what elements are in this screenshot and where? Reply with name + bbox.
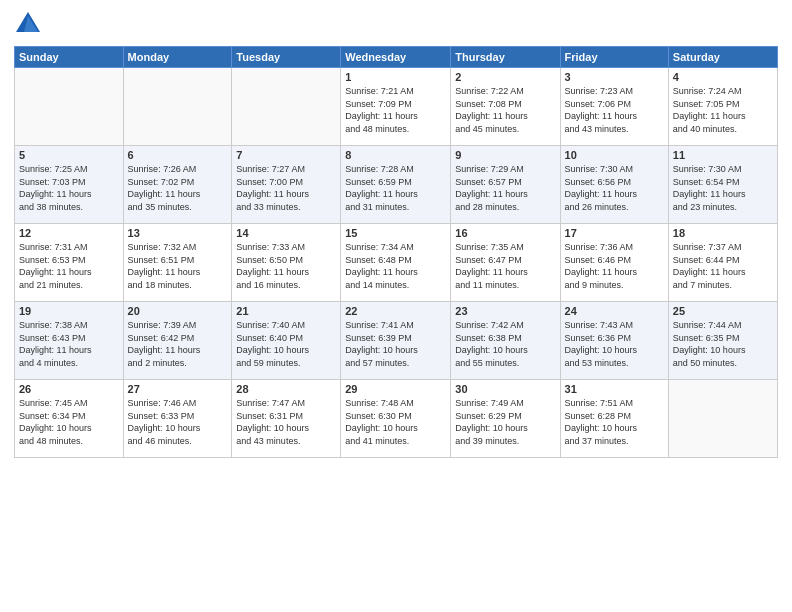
weekday-header-saturday: Saturday xyxy=(668,47,777,68)
week-row-2: 5Sunrise: 7:25 AM Sunset: 7:03 PM Daylig… xyxy=(15,146,778,224)
day-number: 9 xyxy=(455,149,555,161)
day-info: Sunrise: 7:33 AM Sunset: 6:50 PM Dayligh… xyxy=(236,241,336,291)
day-cell: 1Sunrise: 7:21 AM Sunset: 7:09 PM Daylig… xyxy=(341,68,451,146)
day-cell: 4Sunrise: 7:24 AM Sunset: 7:05 PM Daylig… xyxy=(668,68,777,146)
day-number: 11 xyxy=(673,149,773,161)
day-number: 6 xyxy=(128,149,228,161)
day-number: 24 xyxy=(565,305,664,317)
day-info: Sunrise: 7:28 AM Sunset: 6:59 PM Dayligh… xyxy=(345,163,446,213)
day-cell: 24Sunrise: 7:43 AM Sunset: 6:36 PM Dayli… xyxy=(560,302,668,380)
logo-icon xyxy=(14,10,42,38)
day-number: 31 xyxy=(565,383,664,395)
day-number: 15 xyxy=(345,227,446,239)
weekday-header-tuesday: Tuesday xyxy=(232,47,341,68)
day-cell: 19Sunrise: 7:38 AM Sunset: 6:43 PM Dayli… xyxy=(15,302,124,380)
day-cell: 5Sunrise: 7:25 AM Sunset: 7:03 PM Daylig… xyxy=(15,146,124,224)
day-number: 29 xyxy=(345,383,446,395)
day-number: 7 xyxy=(236,149,336,161)
day-info: Sunrise: 7:41 AM Sunset: 6:39 PM Dayligh… xyxy=(345,319,446,369)
day-cell: 22Sunrise: 7:41 AM Sunset: 6:39 PM Dayli… xyxy=(341,302,451,380)
day-info: Sunrise: 7:35 AM Sunset: 6:47 PM Dayligh… xyxy=(455,241,555,291)
week-row-1: 1Sunrise: 7:21 AM Sunset: 7:09 PM Daylig… xyxy=(15,68,778,146)
day-cell: 9Sunrise: 7:29 AM Sunset: 6:57 PM Daylig… xyxy=(451,146,560,224)
day-cell: 30Sunrise: 7:49 AM Sunset: 6:29 PM Dayli… xyxy=(451,380,560,458)
day-cell: 28Sunrise: 7:47 AM Sunset: 6:31 PM Dayli… xyxy=(232,380,341,458)
day-info: Sunrise: 7:45 AM Sunset: 6:34 PM Dayligh… xyxy=(19,397,119,447)
day-info: Sunrise: 7:43 AM Sunset: 6:36 PM Dayligh… xyxy=(565,319,664,369)
day-cell: 29Sunrise: 7:48 AM Sunset: 6:30 PM Dayli… xyxy=(341,380,451,458)
day-info: Sunrise: 7:36 AM Sunset: 6:46 PM Dayligh… xyxy=(565,241,664,291)
day-cell: 10Sunrise: 7:30 AM Sunset: 6:56 PM Dayli… xyxy=(560,146,668,224)
day-info: Sunrise: 7:34 AM Sunset: 6:48 PM Dayligh… xyxy=(345,241,446,291)
day-info: Sunrise: 7:26 AM Sunset: 7:02 PM Dayligh… xyxy=(128,163,228,213)
day-cell: 14Sunrise: 7:33 AM Sunset: 6:50 PM Dayli… xyxy=(232,224,341,302)
day-info: Sunrise: 7:51 AM Sunset: 6:28 PM Dayligh… xyxy=(565,397,664,447)
day-number: 8 xyxy=(345,149,446,161)
day-cell: 16Sunrise: 7:35 AM Sunset: 6:47 PM Dayli… xyxy=(451,224,560,302)
day-number: 12 xyxy=(19,227,119,239)
day-number: 2 xyxy=(455,71,555,83)
logo xyxy=(14,10,46,38)
day-cell: 15Sunrise: 7:34 AM Sunset: 6:48 PM Dayli… xyxy=(341,224,451,302)
day-cell: 26Sunrise: 7:45 AM Sunset: 6:34 PM Dayli… xyxy=(15,380,124,458)
day-number: 22 xyxy=(345,305,446,317)
day-cell xyxy=(123,68,232,146)
day-number: 4 xyxy=(673,71,773,83)
day-number: 17 xyxy=(565,227,664,239)
day-number: 14 xyxy=(236,227,336,239)
day-number: 27 xyxy=(128,383,228,395)
day-info: Sunrise: 7:23 AM Sunset: 7:06 PM Dayligh… xyxy=(565,85,664,135)
day-cell: 6Sunrise: 7:26 AM Sunset: 7:02 PM Daylig… xyxy=(123,146,232,224)
day-info: Sunrise: 7:39 AM Sunset: 6:42 PM Dayligh… xyxy=(128,319,228,369)
weekday-header-row: SundayMondayTuesdayWednesdayThursdayFrid… xyxy=(15,47,778,68)
day-number: 25 xyxy=(673,305,773,317)
weekday-header-sunday: Sunday xyxy=(15,47,124,68)
day-cell: 2Sunrise: 7:22 AM Sunset: 7:08 PM Daylig… xyxy=(451,68,560,146)
day-info: Sunrise: 7:30 AM Sunset: 6:56 PM Dayligh… xyxy=(565,163,664,213)
day-info: Sunrise: 7:42 AM Sunset: 6:38 PM Dayligh… xyxy=(455,319,555,369)
day-info: Sunrise: 7:46 AM Sunset: 6:33 PM Dayligh… xyxy=(128,397,228,447)
day-info: Sunrise: 7:22 AM Sunset: 7:08 PM Dayligh… xyxy=(455,85,555,135)
day-info: Sunrise: 7:27 AM Sunset: 7:00 PM Dayligh… xyxy=(236,163,336,213)
header xyxy=(14,10,778,38)
day-number: 21 xyxy=(236,305,336,317)
day-cell: 17Sunrise: 7:36 AM Sunset: 6:46 PM Dayli… xyxy=(560,224,668,302)
day-info: Sunrise: 7:40 AM Sunset: 6:40 PM Dayligh… xyxy=(236,319,336,369)
day-number: 1 xyxy=(345,71,446,83)
day-number: 28 xyxy=(236,383,336,395)
day-info: Sunrise: 7:38 AM Sunset: 6:43 PM Dayligh… xyxy=(19,319,119,369)
day-info: Sunrise: 7:24 AM Sunset: 7:05 PM Dayligh… xyxy=(673,85,773,135)
day-cell: 18Sunrise: 7:37 AM Sunset: 6:44 PM Dayli… xyxy=(668,224,777,302)
weekday-header-monday: Monday xyxy=(123,47,232,68)
day-number: 26 xyxy=(19,383,119,395)
day-number: 30 xyxy=(455,383,555,395)
weekday-header-thursday: Thursday xyxy=(451,47,560,68)
day-info: Sunrise: 7:30 AM Sunset: 6:54 PM Dayligh… xyxy=(673,163,773,213)
day-cell: 12Sunrise: 7:31 AM Sunset: 6:53 PM Dayli… xyxy=(15,224,124,302)
day-number: 16 xyxy=(455,227,555,239)
day-number: 10 xyxy=(565,149,664,161)
day-number: 3 xyxy=(565,71,664,83)
day-info: Sunrise: 7:49 AM Sunset: 6:29 PM Dayligh… xyxy=(455,397,555,447)
day-cell: 3Sunrise: 7:23 AM Sunset: 7:06 PM Daylig… xyxy=(560,68,668,146)
day-number: 23 xyxy=(455,305,555,317)
day-info: Sunrise: 7:32 AM Sunset: 6:51 PM Dayligh… xyxy=(128,241,228,291)
week-row-5: 26Sunrise: 7:45 AM Sunset: 6:34 PM Dayli… xyxy=(15,380,778,458)
day-cell: 13Sunrise: 7:32 AM Sunset: 6:51 PM Dayli… xyxy=(123,224,232,302)
day-cell xyxy=(232,68,341,146)
day-cell: 8Sunrise: 7:28 AM Sunset: 6:59 PM Daylig… xyxy=(341,146,451,224)
day-cell: 27Sunrise: 7:46 AM Sunset: 6:33 PM Dayli… xyxy=(123,380,232,458)
day-cell: 11Sunrise: 7:30 AM Sunset: 6:54 PM Dayli… xyxy=(668,146,777,224)
day-info: Sunrise: 7:37 AM Sunset: 6:44 PM Dayligh… xyxy=(673,241,773,291)
day-cell: 20Sunrise: 7:39 AM Sunset: 6:42 PM Dayli… xyxy=(123,302,232,380)
calendar: SundayMondayTuesdayWednesdayThursdayFrid… xyxy=(14,46,778,458)
day-cell xyxy=(668,380,777,458)
day-number: 13 xyxy=(128,227,228,239)
week-row-4: 19Sunrise: 7:38 AM Sunset: 6:43 PM Dayli… xyxy=(15,302,778,380)
week-row-3: 12Sunrise: 7:31 AM Sunset: 6:53 PM Dayli… xyxy=(15,224,778,302)
page: SundayMondayTuesdayWednesdayThursdayFrid… xyxy=(0,0,792,612)
day-number: 20 xyxy=(128,305,228,317)
day-info: Sunrise: 7:29 AM Sunset: 6:57 PM Dayligh… xyxy=(455,163,555,213)
day-info: Sunrise: 7:21 AM Sunset: 7:09 PM Dayligh… xyxy=(345,85,446,135)
day-info: Sunrise: 7:47 AM Sunset: 6:31 PM Dayligh… xyxy=(236,397,336,447)
